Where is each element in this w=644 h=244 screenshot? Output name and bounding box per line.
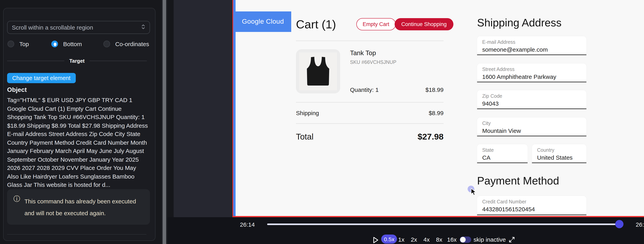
skip-inactive-label: skip inactive bbox=[474, 236, 506, 243]
zip-field-value: 94043 bbox=[482, 100, 586, 107]
radio-circle-coordinates[interactable] bbox=[104, 40, 110, 47]
select-chevron-icon bbox=[141, 23, 145, 31]
payment-method-heading: Payment Method bbox=[477, 175, 559, 187]
credit-card-field[interactable]: Credit Card Number 4432801561520454 bbox=[477, 196, 586, 215]
cart-divider bbox=[296, 102, 444, 102]
product-name: Tank Top bbox=[350, 49, 376, 57]
command-card: Scroll within a scrollable region Top Bo… bbox=[3, 8, 156, 241]
seek-handle[interactable] bbox=[615, 220, 624, 228]
product-sku: SKU #66VCHSJNUP bbox=[350, 59, 396, 65]
target-section-label: Target bbox=[69, 58, 85, 64]
state-field[interactable]: State CA bbox=[477, 144, 528, 163]
city-field[interactable]: City Mountain View bbox=[477, 117, 586, 136]
cursor-icon bbox=[470, 188, 477, 196]
cart-divider bbox=[296, 41, 444, 41]
country-field-label: Country bbox=[537, 147, 586, 153]
seek-bar[interactable] bbox=[267, 223, 616, 225]
total-row: Total $27.98 bbox=[296, 132, 444, 142]
cart-divider bbox=[296, 123, 444, 124]
change-target-button[interactable]: Change target element bbox=[7, 73, 76, 83]
total-value: $27.98 bbox=[418, 132, 444, 142]
replayed-page: Google Cloud Cart (1) Empty Cart Continu… bbox=[233, 0, 644, 216]
executed-notice-text: This command has already been executed a… bbox=[24, 196, 140, 219]
city-field-value: Mountain View bbox=[482, 127, 586, 134]
credit-card-field-value: 4432801561520454 bbox=[482, 206, 586, 213]
credit-card-field-label: Credit Card Number bbox=[482, 199, 586, 205]
zip-field-label: Zip Code bbox=[482, 93, 586, 99]
radio-option-bottom[interactable]: Bottom bbox=[51, 40, 82, 47]
shipping-row: Shipping $8.99 bbox=[296, 110, 444, 116]
country-field[interactable]: Country United States bbox=[532, 144, 586, 163]
replay-stage-background bbox=[174, 0, 233, 217]
street-field[interactable]: Street Address 1600 Amphitheatre Parkway bbox=[477, 63, 586, 82]
shipping-label: Shipping bbox=[296, 110, 319, 116]
empty-cart-button[interactable]: Empty Cart bbox=[356, 18, 396, 30]
radio-label-top: Top bbox=[19, 40, 29, 47]
player-bar bbox=[167, 217, 644, 244]
info-icon: ⓘ bbox=[14, 196, 20, 202]
screenshot-viewport: Scroll within a scrollable region Top Bo… bbox=[0, 0, 644, 244]
state-field-label: State bbox=[482, 147, 528, 153]
panel-bottom-divider bbox=[7, 234, 146, 235]
state-field-value: CA bbox=[482, 154, 528, 161]
email-field-label: E-mail Address bbox=[482, 39, 586, 45]
country-field-value: United States bbox=[537, 154, 586, 161]
street-field-label: Street Address bbox=[482, 67, 586, 72]
radio-label-bottom: Bottom bbox=[63, 40, 82, 47]
target-section-divider: Target bbox=[7, 58, 147, 64]
total-time: 26:1 bbox=[636, 221, 644, 228]
city-field-label: City bbox=[482, 121, 586, 126]
site-logo-text: Google Cloud bbox=[242, 18, 284, 26]
app-root: Scroll within a scrollable region Top Bo… bbox=[0, 0, 644, 244]
total-label: Total bbox=[296, 132, 314, 142]
fullscreen-expand-icon[interactable] bbox=[509, 237, 515, 243]
product-price: $18.99 bbox=[426, 86, 444, 93]
elapsed-time: 26:14 bbox=[240, 221, 255, 228]
site-logo[interactable]: Google Cloud bbox=[233, 11, 291, 32]
command-type-select[interactable]: Scroll within a scrollable region bbox=[7, 21, 150, 34]
speed-1x-button[interactable]: 1x bbox=[398, 236, 404, 243]
splitter-gap bbox=[167, 0, 174, 244]
radio-label-coordinates: Co-ordinates bbox=[115, 40, 149, 47]
page-left-accent-bar bbox=[233, 0, 236, 216]
skip-inactive-toggle[interactable] bbox=[460, 237, 471, 243]
divider-line bbox=[7, 61, 64, 61]
radio-circle-top[interactable] bbox=[8, 40, 14, 47]
speed-16x-button[interactable]: 16x bbox=[447, 236, 456, 243]
splitter-handle[interactable] bbox=[162, 0, 166, 244]
replay-highlight-border-left bbox=[232, 0, 233, 217]
toggle-knob bbox=[460, 237, 466, 242]
speed-8x-button[interactable]: 8x bbox=[436, 236, 442, 243]
tank-top-graphic bbox=[299, 52, 337, 90]
continue-shopping-button[interactable]: Continue Shopping bbox=[394, 18, 454, 30]
zip-field[interactable]: Zip Code 94043 bbox=[477, 90, 586, 109]
radio-option-top[interactable]: Top bbox=[8, 40, 29, 47]
street-field-value: 1600 Amphitheatre Parkway bbox=[482, 73, 586, 80]
command-panel: Scroll within a scrollable region Top Bo… bbox=[0, 0, 162, 244]
object-heading: Object bbox=[7, 86, 27, 93]
play-icon[interactable] bbox=[372, 237, 379, 244]
product-quantity: Quantity: 1 bbox=[350, 86, 379, 93]
speed-0_5x-button[interactable]: 0.5x bbox=[381, 235, 397, 244]
quantity-price-row: Quantity: 1 $18.99 bbox=[296, 86, 444, 93]
object-description-text: Tag="HTML" $ EUR USD JPY GBP TRY CAD 1 G… bbox=[7, 96, 148, 189]
email-field[interactable]: E-mail Address someone@example.com bbox=[477, 36, 586, 55]
speed-2x-button[interactable]: 2x bbox=[411, 236, 417, 243]
cart-title: Cart (1) bbox=[296, 18, 336, 31]
command-type-value: Scroll within a scrollable region bbox=[12, 24, 141, 31]
speed-4x-button[interactable]: 4x bbox=[424, 236, 430, 243]
shipping-value: $8.99 bbox=[429, 110, 444, 116]
email-field-value: someone@example.com bbox=[482, 46, 586, 53]
divider-line bbox=[90, 61, 147, 61]
radio-circle-bottom[interactable] bbox=[51, 40, 58, 47]
executed-notice: ⓘ This command has already been executed… bbox=[7, 189, 150, 225]
radio-option-coordinates[interactable]: Co-ordinates bbox=[104, 40, 149, 47]
shipping-address-heading: Shipping Address bbox=[477, 16, 562, 29]
